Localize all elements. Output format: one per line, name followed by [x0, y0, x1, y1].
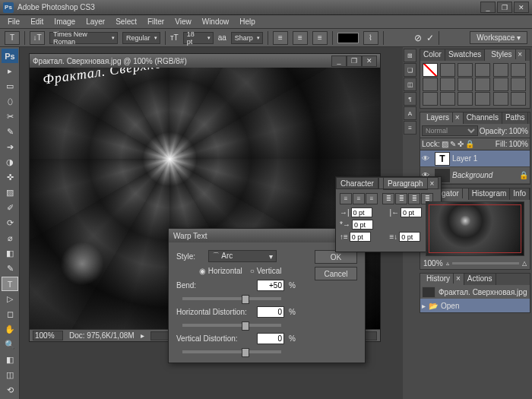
font-style-select[interactable]: Regular — [122, 32, 160, 44]
document-titlebar[interactable]: Фрактал. Сверхновая.jpg @ 100% (RGB/8#) … — [30, 54, 380, 68]
bend-input[interactable] — [257, 280, 284, 291]
navigator-viewbox[interactable] — [429, 204, 521, 253]
hand-tool[interactable]: ✋ — [2, 322, 18, 337]
style-swatch[interactable] — [475, 78, 490, 91]
eraser-tool[interactable]: ✐ — [2, 201, 18, 215]
path-select-tool[interactable]: ▷ — [2, 292, 18, 306]
zoom-out-icon[interactable]: ▵ — [446, 260, 449, 267]
menu-view[interactable]: View — [170, 16, 196, 27]
side-tab-3[interactable]: ◫ — [404, 78, 416, 91]
cancel-edits-icon[interactable]: ⊘ — [414, 33, 422, 43]
brush-tool[interactable]: ◑ — [2, 155, 18, 169]
style-swatch[interactable] — [493, 63, 508, 77]
maximize-button[interactable]: ❐ — [497, 2, 512, 13]
style-swatch[interactable] — [511, 78, 526, 91]
style-swatch[interactable] — [475, 92, 490, 106]
side-tab-4[interactable]: ¶ — [404, 92, 416, 106]
justify-left-btn[interactable]: ≣ — [382, 193, 394, 204]
style-swatch[interactable] — [458, 78, 473, 91]
style-swatch[interactable] — [458, 63, 473, 77]
gradient-tool[interactable]: ⟳ — [2, 216, 18, 230]
quickmask-button[interactable]: ◫ — [2, 368, 18, 382]
doc-close-button[interactable]: ✕ — [362, 55, 377, 67]
menu-filter[interactable]: Filter — [143, 16, 169, 27]
style-swatch[interactable] — [440, 78, 455, 91]
tab-layers[interactable]: Layers × — [420, 112, 464, 124]
layer-row-1[interactable]: 👁 T Layer 1 — [420, 150, 530, 167]
tab-history[interactable]: History × — [420, 274, 464, 285]
color-swatches[interactable]: ◧ — [2, 353, 18, 367]
tab-styles[interactable]: Styles × — [485, 49, 526, 61]
justify-right-btn[interactable]: ≣ — [408, 193, 420, 204]
eyedropper-tool[interactable]: ✎ — [2, 125, 18, 139]
marquee-tool[interactable]: ▭ — [2, 79, 18, 93]
fill-value[interactable]: 100% — [508, 140, 528, 148]
hdist-input[interactable] — [257, 306, 284, 318]
lock-move-icon[interactable]: ✜ — [458, 140, 464, 148]
style-swatch[interactable] — [511, 63, 526, 77]
style-swatch[interactable] — [440, 92, 455, 106]
style-swatch[interactable] — [475, 63, 490, 77]
align-center-button[interactable]: ≡ — [293, 31, 308, 45]
indent-left-input[interactable] — [351, 207, 372, 217]
lasso-tool[interactable]: ⬯ — [2, 94, 18, 109]
doc-minimize-button[interactable]: _ — [331, 55, 347, 67]
screenmode-button[interactable]: ⟲ — [2, 383, 18, 397]
zoom-in-icon[interactable]: △ — [522, 260, 527, 267]
style-swatch[interactable] — [493, 92, 508, 106]
layer-name[interactable]: Background — [452, 171, 492, 179]
tab-channels[interactable]: Channels — [464, 112, 502, 124]
side-tab-5[interactable]: A — [404, 106, 416, 120]
pen-tool[interactable]: ✎ — [2, 261, 18, 276]
side-tab-2[interactable]: ❏ — [404, 63, 416, 77]
workspace-button[interactable]: Workspace ▾ — [470, 31, 527, 44]
lock-trans-icon[interactable]: ▨ — [442, 140, 448, 148]
side-tab-6[interactable]: ≡ — [404, 121, 416, 135]
tab-histogram[interactable]: Histogram — [469, 188, 511, 200]
bend-slider[interactable] — [182, 297, 281, 300]
healing-tool[interactable]: ➔ — [2, 140, 18, 154]
style-swatch[interactable] — [423, 78, 438, 91]
doc-maximize-button[interactable]: ❐ — [347, 55, 362, 67]
shape-tool[interactable]: ◻ — [2, 307, 18, 321]
font-size-select[interactable]: 18 pt — [183, 32, 214, 44]
lock-paint-icon[interactable]: ✎ — [450, 140, 456, 148]
stamp-tool[interactable]: ✜ — [2, 170, 18, 185]
menu-file[interactable]: File — [3, 16, 24, 27]
style-swatch[interactable] — [423, 92, 438, 106]
style-swatch[interactable] — [493, 78, 508, 91]
history-step[interactable]: ▸ 📂 Open — [420, 299, 530, 312]
cancel-button[interactable]: Cancel — [315, 267, 357, 280]
dodge-tool[interactable]: ◧ — [2, 246, 18, 261]
align-left-button[interactable]: ≡ — [273, 31, 288, 45]
style-swatch[interactable] — [440, 63, 455, 77]
text-color-swatch[interactable] — [337, 33, 359, 43]
history-brush-icon[interactable]: ▸ — [422, 302, 426, 310]
style-swatch[interactable] — [458, 92, 473, 106]
layer-name[interactable]: Layer 1 — [452, 154, 477, 163]
justify-center-btn[interactable]: ≣ — [395, 193, 407, 204]
menu-edit[interactable]: Edit — [26, 16, 48, 27]
text-orientation-button[interactable]: ↓T — [30, 31, 45, 45]
vdist-input[interactable] — [257, 333, 284, 344]
style-swatch[interactable] — [511, 92, 526, 106]
tab-paths[interactable]: Paths — [502, 112, 529, 124]
menu-window[interactable]: Window — [198, 16, 234, 27]
style-select[interactable]: ⌒ Arc▾ — [208, 250, 277, 262]
close-button[interactable]: ✕ — [514, 2, 529, 13]
align-right-button[interactable]: ≡ — [312, 31, 328, 45]
menu-image[interactable]: Image — [49, 16, 80, 27]
status-arrow-icon[interactable]: ▸ — [141, 331, 144, 340]
crop-tool[interactable]: ✂ — [2, 109, 18, 124]
history-snapshot[interactable]: Фрактал. Сверхновая.jpg — [420, 285, 530, 299]
space-before-input[interactable] — [350, 232, 371, 242]
tab-color[interactable]: Color — [420, 49, 445, 61]
vertical-radio[interactable]: ○ Vertical — [250, 267, 282, 275]
navigator-thumbnail[interactable] — [426, 201, 524, 256]
tab-character[interactable]: Character — [336, 177, 378, 189]
opacity-value[interactable]: 100% — [508, 127, 528, 135]
menu-layer[interactable]: Layer — [81, 16, 109, 27]
zoom-tool[interactable]: 🔍 — [2, 337, 18, 352]
vdist-slider[interactable] — [182, 350, 281, 353]
history-brush-tool[interactable]: ▨ — [2, 185, 18, 200]
